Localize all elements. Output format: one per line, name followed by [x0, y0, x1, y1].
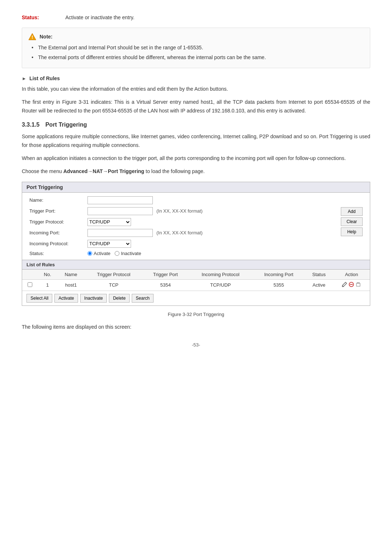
row-trigger-port: 5354: [143, 279, 188, 291]
incoming-protocol-label: Incoming Protocol:: [29, 241, 87, 246]
trigger-port-row: Trigger Port: (In XX, XX-XX format): [29, 207, 334, 215]
list-of-rules-heading: List of Rules: [29, 75, 60, 81]
row-checkbox-cell: [22, 279, 38, 291]
col-no: No.: [38, 270, 57, 280]
nav-text-prefix: Choose the menu: [22, 168, 63, 174]
form-status-label: Status:: [29, 251, 87, 256]
figure-caption: Figure 3-32 Port Triggering: [22, 312, 370, 317]
list-of-rules-desc: In this table, you can view the informat…: [22, 85, 370, 94]
para2: When an application initiates a connecti…: [22, 154, 370, 163]
nav-path-text: Choose the menu Advanced→NAT→Port Trigge…: [22, 167, 370, 176]
para1: Some applications require multiple conne…: [22, 132, 370, 150]
section-title-row: 3.3.1.5 Port Triggering: [22, 122, 370, 128]
incoming-port-hint: (In XX, XX-XX format): [156, 230, 203, 235]
trigger-port-hint: (In XX, XX-XX format): [156, 208, 203, 214]
add-button[interactable]: Add: [341, 207, 363, 216]
svg-rect-5: [356, 283, 360, 286]
activate-radio[interactable]: [87, 251, 92, 256]
edit-icon[interactable]: [342, 282, 347, 288]
inactivate-radio[interactable]: [115, 251, 119, 256]
incoming-protocol-row: Incoming Protocol: TCP/UDP TCP UDP: [29, 240, 334, 248]
form-and-actions: Name: Trigger Port: (In XX, XX-XX format…: [22, 193, 370, 260]
status-radio-group: Activate Inactivate: [87, 251, 141, 256]
row-checkbox[interactable]: [28, 282, 32, 287]
help-button[interactable]: Help: [341, 227, 363, 236]
trigger-protocol-row: Trigger Protocol: TCP/UDP TCP UDP: [29, 218, 334, 226]
select-all-button[interactable]: Select All: [26, 294, 52, 303]
nav-text-suffix: to load the following page.: [144, 168, 205, 174]
action-icons: [336, 282, 367, 289]
port-triggering-container: Port Triggering Name: Trigger Port: (In …: [22, 182, 370, 306]
trigger-protocol-label: Trigger Protocol:: [29, 219, 87, 225]
col-trigger-port: Trigger Port: [143, 270, 188, 280]
note-header: ! Note:: [28, 32, 364, 41]
row-incoming-protocol: TCP/UDP: [188, 279, 253, 291]
incoming-port-input[interactable]: [87, 229, 153, 237]
status-row: Status: Activate or inactivate the entry…: [22, 15, 370, 20]
page-number: -53-: [22, 342, 370, 348]
note-list: The External port and Internal Port shou…: [28, 44, 364, 61]
delete-icon[interactable]: [356, 282, 361, 288]
status-label: Status:: [22, 15, 58, 20]
row-trigger-protocol: TCP: [85, 279, 143, 291]
nav-path-bold: Advanced→NAT→Port Triggering: [63, 168, 144, 174]
table-footer: Select All Activate Inactivate Delete Se…: [22, 291, 370, 305]
list-of-rules-section-heading: ► List of Rules: [22, 75, 370, 81]
activate-label: Activate: [94, 251, 110, 256]
inactivate-button[interactable]: Inactivate: [80, 294, 107, 303]
note-box: ! Note: The External port and Internal P…: [22, 28, 370, 68]
trigger-port-label: Trigger Port:: [29, 208, 87, 214]
col-incoming-protocol: Incoming Protocol: [188, 270, 253, 280]
status-description: Activate or inactivate the entry.: [65, 15, 134, 20]
inactivate-radio-label[interactable]: Inactivate: [115, 251, 141, 256]
activate-button[interactable]: Activate: [54, 294, 78, 303]
row-action: [333, 279, 370, 291]
col-status: Status: [305, 270, 333, 280]
name-row: Name:: [29, 196, 334, 204]
following-items: The following items are displayed on thi…: [22, 323, 370, 332]
table-row: 1 host1 TCP 5354 TCP/UDP 5355 Active: [22, 279, 370, 291]
trigger-protocol-select[interactable]: TCP/UDP TCP UDP: [87, 218, 131, 226]
incoming-port-row: Incoming Port: (In XX, XX-XX format): [29, 229, 334, 237]
col-name: Name: [57, 270, 85, 280]
port-triggering-header: Port Triggering: [22, 182, 370, 193]
section-number: 3.3.1.5: [22, 122, 40, 128]
disable-icon[interactable]: [348, 282, 354, 289]
delete-button[interactable]: Delete: [109, 294, 130, 303]
col-action: Action: [333, 270, 370, 280]
side-actions: Add Clear Help: [341, 196, 363, 256]
note-item-2: The external ports of different entries …: [32, 54, 364, 61]
row-incoming-port: 5355: [253, 279, 305, 291]
trigger-port-input[interactable]: [87, 207, 153, 215]
form-fields: Name: Trigger Port: (In XX, XX-XX format…: [29, 196, 334, 256]
inactivate-label: Inactivate: [121, 251, 141, 256]
incoming-port-label: Incoming Port:: [29, 230, 87, 235]
rules-table: No. Name Trigger Protocol Trigger Port I…: [22, 270, 370, 291]
incoming-protocol-select[interactable]: TCP/UDP TCP UDP: [87, 240, 131, 248]
first-entry-desc: The first entry in Figure 3-31 indicates…: [22, 98, 370, 115]
col-checkbox: [22, 270, 38, 280]
svg-text:!: !: [32, 34, 33, 40]
warning-icon: !: [28, 32, 37, 41]
row-name: host1: [57, 279, 85, 291]
name-input[interactable]: [87, 196, 153, 204]
col-trigger-protocol: Trigger Protocol: [85, 270, 143, 280]
note-item-1: The External port and Internal Port shou…: [32, 44, 364, 52]
note-title: Note:: [40, 34, 53, 40]
search-button[interactable]: Search: [132, 294, 154, 303]
table-header-row: No. Name Trigger Protocol Trigger Port I…: [22, 270, 370, 280]
section-title: Port Triggering: [45, 122, 87, 128]
activate-radio-label[interactable]: Activate: [87, 251, 110, 256]
list-of-rules-header: List of Rules: [22, 260, 370, 270]
row-no: 1: [38, 279, 57, 291]
chevron-icon: ►: [22, 76, 26, 81]
col-incoming-port: Incoming Port: [253, 270, 305, 280]
status-form-row: Status: Activate Inactivate: [29, 251, 334, 256]
name-label: Name:: [29, 197, 87, 203]
clear-button[interactable]: Clear: [341, 217, 363, 226]
row-status: Active: [305, 279, 333, 291]
